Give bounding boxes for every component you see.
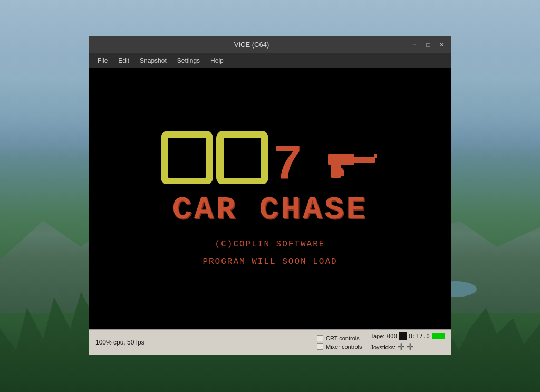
vice-window: VICE (C64) − □ ✕ File Edit Snapshot Sett… <box>89 36 451 355</box>
menu-snapshot[interactable]: Snapshot <box>136 55 171 66</box>
window-controls: − □ ✕ <box>410 40 447 50</box>
copyright-text: (C)COPLIN SOFTWARE <box>215 240 325 249</box>
tape-section: Tape: 000 8:17.0 Joysticks: ✛ ✛ <box>370 332 445 352</box>
tape-time: 8:17.0 <box>409 333 430 340</box>
window-title: VICE (C64) <box>93 41 410 49</box>
titlebar: VICE (C64) − □ ✕ <box>89 36 451 53</box>
tape-green-bar <box>432 333 445 339</box>
007-logo: 7 <box>159 131 381 184</box>
menu-settings[interactable]: Settings <box>173 55 204 66</box>
crt-controls-row: CRT controls <box>317 335 362 341</box>
status-right: CRT controls Mixer controls Tape: 000 8:… <box>317 332 445 352</box>
menu-help[interactable]: Help <box>206 55 228 66</box>
crt-controls-checkbox[interactable] <box>317 335 323 341</box>
menubar: File Edit Snapshot Settings Help <box>89 53 451 68</box>
status-checkboxes: CRT controls Mixer controls <box>317 335 362 350</box>
minimize-button[interactable]: − <box>410 40 419 50</box>
tape-black-indicator <box>399 332 407 340</box>
joysticks-label: Joysticks: <box>370 344 396 350</box>
svg-text:7: 7 <box>273 137 303 184</box>
tape-counter: 000 <box>387 333 397 340</box>
loading-text: PROGRAM WILL SOON LOAD <box>202 257 337 266</box>
joystick-icon: ✛ <box>398 342 404 352</box>
statusbar: 100% cpu, 50 fps CRT controls Mixer cont… <box>89 329 451 355</box>
car-chase-title: CAR CHASE <box>172 194 368 226</box>
menu-edit[interactable]: Edit <box>114 55 133 66</box>
maximize-button[interactable]: □ <box>423 40 433 50</box>
svg-rect-6 <box>374 154 377 158</box>
cpu-fps-label: 100% cpu, 50 fps <box>95 339 306 346</box>
joystick-icon-2: ✛ <box>407 342 413 352</box>
menu-file[interactable]: File <box>93 55 112 66</box>
svg-rect-1 <box>220 134 265 181</box>
tape-row: Tape: 000 8:17.0 <box>370 332 445 340</box>
close-button[interactable]: ✕ <box>437 40 447 50</box>
crt-controls-label: CRT controls <box>326 335 360 341</box>
mixer-controls-row: Mixer controls <box>317 343 362 350</box>
tape-label: Tape: <box>370 333 384 339</box>
emulator-screen: 7 CAR CHASE (C)COPLIN SOFTWARE <box>89 68 451 329</box>
game-title-area: 7 CAR CHASE (C)COPLIN SOFTWARE <box>159 131 381 266</box>
mixer-controls-label: Mixer controls <box>326 343 362 350</box>
joysticks-row: Joysticks: ✛ ✛ <box>370 342 445 352</box>
svg-rect-0 <box>165 134 209 181</box>
mixer-controls-checkbox[interactable] <box>317 343 323 350</box>
